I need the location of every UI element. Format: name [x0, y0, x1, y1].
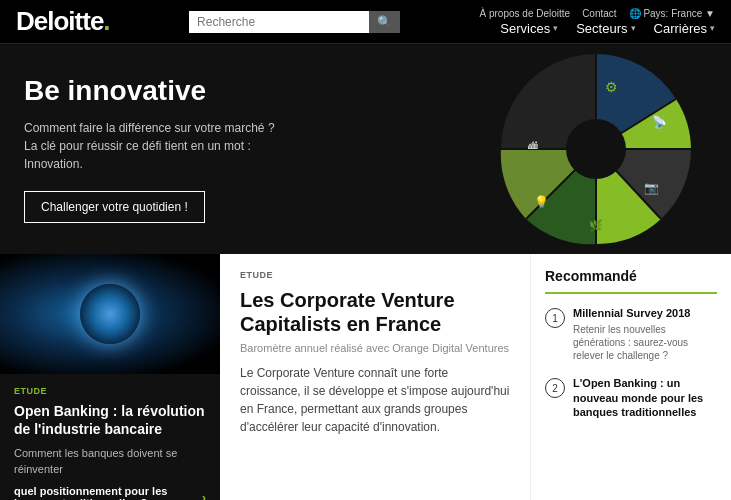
bottom-section: Etude Open Banking : la révolution de l'…: [0, 254, 731, 500]
card-mid-title: Les Corporate Venture Capitalists en Fra…: [240, 288, 510, 336]
svg-text:🏙: 🏙: [528, 140, 538, 151]
logo: Deloitte.: [16, 6, 110, 37]
hero-section: Be innovative Comment faire la différenc…: [0, 44, 731, 254]
svg-text:📷: 📷: [644, 180, 659, 195]
rec-content-2: L'Open Banking : un nouveau monde pour l…: [573, 376, 717, 422]
rec-num-1: 1: [545, 308, 565, 328]
card-mid-tag: Etude: [240, 270, 510, 280]
nav-secteurs[interactable]: Secteurs ▾: [576, 21, 635, 36]
svg-text:📡: 📡: [652, 114, 667, 129]
card-mid-text: Le Corporate Venture connaît une forte c…: [240, 364, 510, 436]
svg-text:🌿: 🌿: [589, 218, 603, 232]
card-left-link-text: quel positionnement pour les banques tra…: [14, 485, 198, 500]
top-links: À propos de Deloitte Contact 🌐 Pays: Fra…: [480, 8, 715, 19]
innovation-wheel: ⚙ 📡 📷 🌿 💡 🏙: [491, 44, 701, 254]
card-left-arrow-icon: ›: [202, 490, 206, 500]
about-link[interactable]: À propos de Deloitte: [480, 8, 571, 19]
hero-text: Comment faire la différence sur votre ma…: [24, 119, 284, 173]
recommande-title: Recommandé: [545, 268, 717, 294]
card-left-tag: Etude: [14, 386, 206, 396]
nav-carrieres-label: Carrières: [654, 21, 707, 36]
nav-carrieres[interactable]: Carrières ▾: [654, 21, 715, 36]
main-nav: Services ▾ Secteurs ▾ Carrières ▾: [500, 21, 715, 36]
rec-content-1: Millennial Survey 2018 Retenir les nouve…: [573, 306, 717, 362]
nav-secteurs-label: Secteurs: [576, 21, 627, 36]
card-left-body: Etude Open Banking : la révolution de l'…: [0, 374, 220, 500]
card-left-link[interactable]: quel positionnement pour les banques tra…: [14, 485, 206, 500]
rec-item-title-1[interactable]: Millennial Survey 2018: [573, 306, 717, 320]
hero-cta-button[interactable]: Challenger votre quotidien !: [24, 191, 205, 223]
rec-item-2: 2 L'Open Banking : un nouveau monde pour…: [545, 376, 717, 422]
card-left-title: Open Banking : la révolution de l'indust…: [14, 402, 206, 438]
svg-text:⚙: ⚙: [605, 79, 618, 95]
card-open-banking: Etude Open Banking : la révolution de l'…: [0, 254, 220, 500]
nav-services[interactable]: Services ▾: [500, 21, 558, 36]
search-input[interactable]: [189, 11, 369, 33]
hero-graphic: ⚙ 📡 📷 🌿 💡 🏙: [491, 44, 701, 254]
nav-services-arrow: ▾: [553, 23, 558, 33]
rec-item-title-2[interactable]: L'Open Banking : un nouveau monde pour l…: [573, 376, 717, 419]
nav-carrieres-arrow: ▾: [710, 23, 715, 33]
nav-services-label: Services: [500, 21, 550, 36]
header-right: À propos de Deloitte Contact 🌐 Pays: Fra…: [480, 8, 715, 36]
country-selector[interactable]: 🌐 Pays: France ▼: [629, 8, 715, 19]
card-left-desc: Comment les banques doivent se réinvente…: [14, 446, 206, 477]
search-bar: 🔍: [189, 11, 400, 33]
nav-secteurs-arrow: ▾: [631, 23, 636, 33]
header-top: Deloitte. 🔍 À propos de Deloitte Contact…: [0, 0, 731, 44]
rec-num-2: 2: [545, 378, 565, 398]
rec-item-desc-1: Retenir les nouvelles générations : saur…: [573, 323, 717, 362]
contact-link[interactable]: Contact: [582, 8, 616, 19]
eye-graphic: [0, 254, 220, 374]
header: Deloitte. 🔍 À propos de Deloitte Contact…: [0, 0, 731, 44]
svg-text:💡: 💡: [534, 194, 549, 209]
card-left-image: [0, 254, 220, 374]
card-mid-subtitle: Baromètre annuel réalisé avec Orange Dig…: [240, 342, 510, 354]
card-recommande: Recommandé 1 Millennial Survey 2018 Rete…: [531, 254, 731, 500]
search-button[interactable]: 🔍: [369, 11, 400, 33]
hero-title: Be innovative: [24, 75, 284, 107]
logo-text: Deloitte: [16, 6, 103, 36]
logo-dot: .: [103, 6, 109, 36]
rec-item-1: 1 Millennial Survey 2018 Retenir les nou…: [545, 306, 717, 362]
eye-inner: [80, 284, 140, 344]
card-corporate-venture: Etude Les Corporate Venture Capitalists …: [220, 254, 531, 500]
hero-content: Be innovative Comment faire la différenc…: [24, 75, 284, 223]
